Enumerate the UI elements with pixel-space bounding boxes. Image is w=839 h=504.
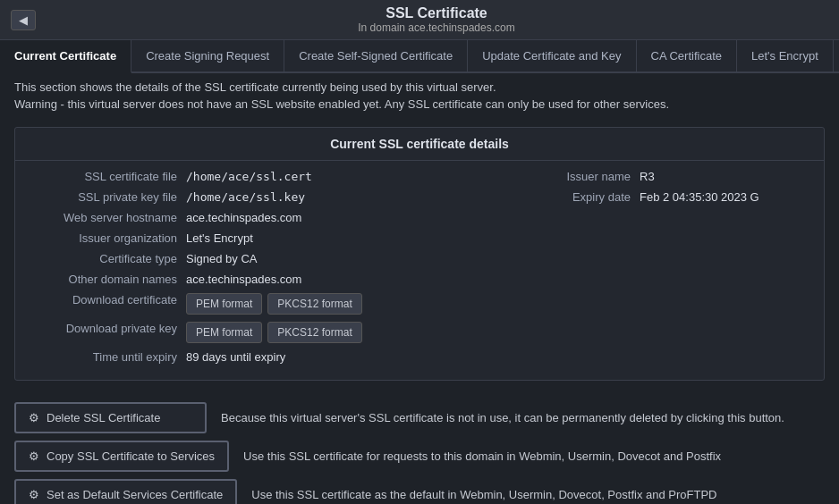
delete-ssl-description: Because this virtual server's SSL certif… [221, 411, 784, 424]
back-button[interactable]: ◀ [11, 10, 36, 30]
cert-label-hostname: Web server hostname [30, 211, 186, 224]
page-title: SSL Certificate [45, 5, 828, 21]
tab-current-certificate[interactable]: Current Certificate [0, 40, 131, 73]
tabs-bar: Current Certificate Create Signing Reque… [0, 40, 839, 73]
copy-ssl-description: Use this SSL certificate for requests to… [243, 449, 721, 463]
cert-value-cert-type: Signed by CA [186, 252, 258, 265]
warning-text: Warning - this virtual server does not h… [14, 97, 825, 111]
cert-panel-title: Current SSL certificate details [15, 128, 824, 161]
cert-row-download-cert: Download certificate PEM format PKCS12 f… [30, 293, 541, 315]
header: ◀ SSL Certificate In domain ace.techinsp… [0, 0, 839, 40]
cert-label-other-domains: Other domain names [30, 273, 186, 286]
info-section: This section shows the details of the SS… [0, 73, 839, 114]
cert-value-issuer-org: Let's Encrypt [186, 231, 253, 245]
gear-icon-copy: ⚙ [29, 449, 39, 463]
download-cert-pkcs12-button[interactable]: PKCS12 format [267, 293, 361, 315]
download-cert-pem-button[interactable]: PEM format [186, 293, 262, 315]
download-key-pem-button[interactable]: PEM format [186, 322, 262, 343]
cert-label-cert-type: Certificate type [30, 252, 186, 265]
cert-row-ssl-file: SSL certificate file /home/ace/ssl.cert [30, 170, 541, 183]
right-row-expiry-date: Expiry date Feb 2 04:35:30 2023 G [559, 190, 809, 204]
right-value-issuer-name: R3 [640, 170, 655, 183]
set-default-description: Use this SSL certificate as the default … [251, 488, 716, 501]
right-row-issuer-name: Issuer name R3 [559, 170, 809, 183]
download-cert-buttons: PEM format PKCS12 format [186, 293, 362, 315]
cert-row-hostname: Web server hostname ace.techinspades.com [30, 211, 541, 224]
copy-ssl-button[interactable]: ⚙ Copy SSL Certificate to Services [14, 441, 229, 472]
cert-label-expiry: Time until expiry [30, 350, 186, 364]
action-row-copy: ⚙ Copy SSL Certificate to Services Use t… [14, 441, 825, 472]
delete-ssl-button[interactable]: ⚙ Delete SSL Certificate [14, 402, 207, 433]
right-value-expiry-date: Feb 2 04:35:30 2023 G [640, 190, 759, 204]
domain-subtitle: In domain ace.techinspades.com [45, 21, 828, 34]
cert-value-key-file: /home/ace/ssl.key [186, 190, 305, 204]
cert-row-issuer-org: Issuer organization Let's Encrypt [30, 231, 541, 245]
cert-label-download-cert: Download certificate [30, 293, 186, 307]
gear-icon-default: ⚙ [29, 488, 39, 501]
right-label-expiry-date: Expiry date [559, 190, 640, 204]
cert-details-right: Issuer name R3 Expiry date Feb 2 04:35:3… [541, 170, 809, 371]
tab-update-certificate[interactable]: Update Certificate and Key [468, 40, 636, 71]
cert-value-ssl-file: /home/ace/ssl.cert [186, 170, 312, 183]
copy-ssl-label: Copy SSL Certificate to Services [47, 449, 215, 463]
cert-row-cert-type: Certificate type Signed by CA [30, 252, 541, 265]
actions-section: ⚙ Delete SSL Certificate Because this vi… [0, 393, 839, 504]
info-description: This section shows the details of the SS… [14, 80, 825, 94]
gear-icon-delete: ⚙ [29, 411, 39, 424]
tab-lets-encrypt[interactable]: Let's Encrypt [737, 40, 834, 71]
set-default-label: Set as Default Services Certificate [47, 488, 223, 501]
cert-row-expiry: Time until expiry 89 days until expiry [30, 350, 541, 364]
tab-ca-certificate[interactable]: CA Certificate [637, 40, 737, 71]
download-key-buttons: PEM format PKCS12 format [186, 322, 362, 343]
cert-row-other-domains: Other domain names ace.techinspades.com [30, 273, 541, 286]
cert-label-issuer-org: Issuer organization [30, 231, 186, 245]
cert-value-other-domains: ace.techinspades.com [186, 273, 301, 286]
tab-create-self-signed[interactable]: Create Self-Signed Certificate [284, 40, 468, 71]
cert-row-key-file: SSL private key file /home/ace/ssl.key [30, 190, 541, 204]
delete-ssl-label: Delete SSL Certificate [47, 411, 160, 424]
header-title: SSL Certificate In domain ace.techinspad… [45, 5, 828, 34]
action-row-default: ⚙ Set as Default Services Certificate Us… [14, 479, 825, 504]
cert-value-expiry: 89 days until expiry [186, 350, 285, 364]
cert-label-key-file: SSL private key file [30, 190, 186, 204]
cert-row-download-key: Download private key PEM format PKCS12 f… [30, 322, 541, 343]
right-label-issuer-name: Issuer name [559, 170, 640, 183]
cert-label-download-key: Download private key [30, 322, 186, 335]
cert-label-ssl-file: SSL certificate file [30, 170, 186, 183]
cert-details-left: SSL certificate file /home/ace/ssl.cert … [30, 170, 541, 371]
download-key-pkcs12-button[interactable]: PKCS12 format [267, 322, 361, 343]
cert-details-panel: Current SSL certificate details SSL cert… [14, 127, 825, 381]
cert-value-hostname: ace.techinspades.com [186, 211, 301, 224]
action-row-delete: ⚙ Delete SSL Certificate Because this vi… [14, 402, 825, 433]
set-default-button[interactable]: ⚙ Set as Default Services Certificate [14, 479, 237, 504]
tab-create-signing-request[interactable]: Create Signing Request [131, 40, 284, 71]
